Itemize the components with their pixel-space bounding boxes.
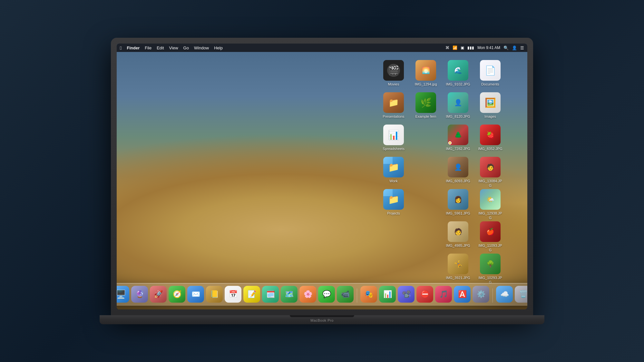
dnd-icon: ⛔ [421, 290, 429, 298]
dock-presenter[interactable]: 📽️ [398, 286, 415, 303]
desktop-icon-img6093[interactable]: 👤 IMG_6093.JPG [444, 155, 473, 185]
images-icon-image: 🖼️ [480, 92, 501, 113]
projects-icon-image: 📁 [383, 189, 404, 210]
desktop-icon-img12938[interactable]: 🌤️ IMG_12938.JPG [476, 187, 505, 222]
img7282-badge [448, 141, 452, 145]
desktop-icon-img13084[interactable]: 🧑 IMG_13084.JPG [476, 155, 505, 190]
menubar-right: ⌘ 📶 ▣ ▮▮▮ Mon 9:41 AM 🔍 👤 ☰ [445, 45, 524, 50]
trash-icon: 🗑️ [519, 290, 528, 298]
img13084-icon-image: 🧑 [480, 157, 501, 177]
dock-separator [357, 288, 357, 303]
dock-icloud[interactable]: ☁️ [496, 286, 513, 303]
search-icon[interactable]: 🔍 [503, 45, 509, 50]
apple-menu[interactable]:  [120, 45, 122, 51]
desktop-icon-spreadsheets[interactable]: 📊 Spreadsheets [379, 123, 408, 153]
work-icon-image: 📁 [383, 157, 404, 177]
desktop-icon-img7282[interactable]: 🌲 IMG_7282.JPG [444, 123, 473, 153]
dock-siri[interactable]: 🔮 [131, 286, 148, 303]
laptop-outer:  Finder File Edit View Go Window Help ⌘… [111, 38, 533, 315]
wifi-icon[interactable]: ⌘ [445, 45, 449, 50]
icloud-icon: ☁️ [500, 290, 509, 298]
desktop-icon-example-fern[interactable]: 🌿 Example fern [411, 90, 440, 121]
dock-messages[interactable]: 💬 [318, 286, 335, 303]
dock-notes[interactable]: 📝 [243, 286, 260, 303]
dock-sysprefs[interactable]: ⚙️ [473, 286, 489, 303]
dock-safari[interactable]: 🧭 [169, 286, 185, 303]
battery-icon[interactable]: ▮▮▮ [467, 45, 474, 50]
user-icon[interactable]: 👤 [512, 45, 517, 50]
img9102-icon-image: 🌊 [448, 60, 468, 81]
edit-menu[interactable]: Edit [157, 45, 164, 50]
desktop-icon-projects[interactable]: 📁 Projects [379, 187, 408, 217]
desktop-icon-img8352[interactable]: 🍓 IMG_8352.JPG [476, 123, 505, 153]
desktop-icon-img5961[interactable]: 👩 IMG_5961.JPG [444, 187, 473, 217]
list-icon[interactable]: ☰ [520, 45, 524, 50]
img6093-label: IMG_6093.JPG [446, 179, 470, 183]
wifi-signal-icon[interactable]: 📶 [453, 45, 457, 50]
desktop-icon-img1294[interactable]: 🌅 IMG_1294.jpg [411, 58, 440, 88]
dock-photos[interactable]: 🌸 [299, 286, 316, 303]
dock-launchpad[interactable]: 🚀 [150, 286, 167, 303]
img3921-label: IMG_3921.JPG [446, 276, 470, 280]
dock-finder[interactable]: 🖥️ [117, 286, 129, 303]
keynote-icon: 🎭 [365, 290, 373, 298]
desktop-icon-documents[interactable]: 📄 Documents [476, 58, 505, 88]
stickies-icon: 🗓️ [266, 290, 275, 298]
sysprefs-icon: ⚙️ [477, 290, 485, 298]
desktop-icon-img4985[interactable]: 🧑 IMG_4985.JPG [444, 219, 473, 250]
presenter-icon: 📽️ [402, 290, 411, 298]
dock-trash[interactable]: 🗑️ [515, 286, 527, 303]
go-menu[interactable]: Go [183, 45, 189, 50]
presentations-label: Presentations [383, 114, 404, 119]
img8120-label: IMG_8120.JPG [446, 114, 470, 119]
img5961-icon-image: 👩 [448, 189, 468, 210]
img13084-label: IMG_13084.JPG [478, 179, 503, 188]
dock-music[interactable]: 🎵 [435, 286, 452, 303]
photos-icon: 🌸 [304, 290, 312, 298]
view-menu[interactable]: View [169, 45, 178, 50]
desktop-icon-img8120[interactable]: 👤 IMG_8120.JPG [444, 90, 473, 121]
desktop-icon-img9102[interactable]: 🌊 IMG_9102.JPG [444, 58, 473, 88]
img5961-label: IMG_5961.JPG [446, 211, 470, 216]
file-menu[interactable]: File [145, 45, 151, 50]
finder-menu[interactable]: Finder [127, 45, 140, 50]
img11093-icon-image: 🍎 [480, 221, 501, 242]
notes-icon: 📝 [248, 290, 256, 298]
desktop[interactable]:  Finder File Edit View Go Window Help ⌘… [117, 44, 527, 309]
menubar-time: Mon 9:41 AM [477, 45, 500, 50]
work-label: Work [389, 179, 397, 183]
dock-facetime[interactable]: 📹 [337, 286, 354, 303]
dock-calendar[interactable]: 📅 [225, 286, 241, 303]
dock-notebook[interactable]: 📒 [206, 286, 223, 303]
img7282-label: IMG_7282.JPG [446, 146, 470, 151]
projects-label: Projects [387, 211, 400, 216]
calendar-icon: 📅 [229, 290, 238, 298]
dock-keynote[interactable]: 🎭 [360, 286, 377, 303]
img12938-icon-image: 🌤️ [480, 189, 501, 210]
desktop-icon-presentations[interactable]: 📁 Presentations [379, 90, 408, 121]
desktop-icon-movies[interactable]: 🎬 Movies [379, 58, 408, 88]
dock-stickies[interactable]: 🗓️ [262, 286, 279, 303]
help-menu[interactable]: Help [214, 45, 223, 50]
img8352-label: IMG_8352.JPG [478, 146, 503, 151]
desktop-icon-images[interactable]: 🖼️ Images [476, 90, 505, 121]
display-icon[interactable]: ▣ [461, 45, 464, 50]
laptop-frame:  Finder File Edit View Go Window Help ⌘… [0, 0, 644, 362]
desktop-icon-work[interactable]: 📁 Work [379, 155, 408, 185]
dock-mail[interactable]: ✉️ [187, 286, 204, 303]
window-menu[interactable]: Window [194, 45, 209, 50]
mail-icon: ✉️ [191, 290, 200, 298]
desktop-icon-img3921[interactable]: 🤸 IMG_3921.JPG [444, 252, 473, 282]
macbook-label: MacBook Pro [310, 318, 334, 322]
desktop-icon-img11093[interactable]: 🍎 IMG_11093.JPG [476, 219, 505, 255]
dock-numbers[interactable]: 📊 [379, 286, 396, 303]
dock-appstore[interactable]: 🅰️ [454, 286, 471, 303]
dock-maps[interactable]: 🗺️ [281, 286, 298, 303]
safari-icon: 🧭 [173, 290, 181, 298]
dock-dnd[interactable]: ⛔ [416, 286, 433, 303]
presentations-icon-image: 📁 [383, 92, 404, 113]
desktop-icon-img10293[interactable]: 🌳 IMG_10293.JPG [476, 252, 505, 287]
img1294-icon-image: 🌅 [415, 60, 436, 81]
maps-icon: 🗺️ [285, 290, 294, 298]
menubar-left:  Finder File Edit View Go Window Help [120, 45, 223, 51]
